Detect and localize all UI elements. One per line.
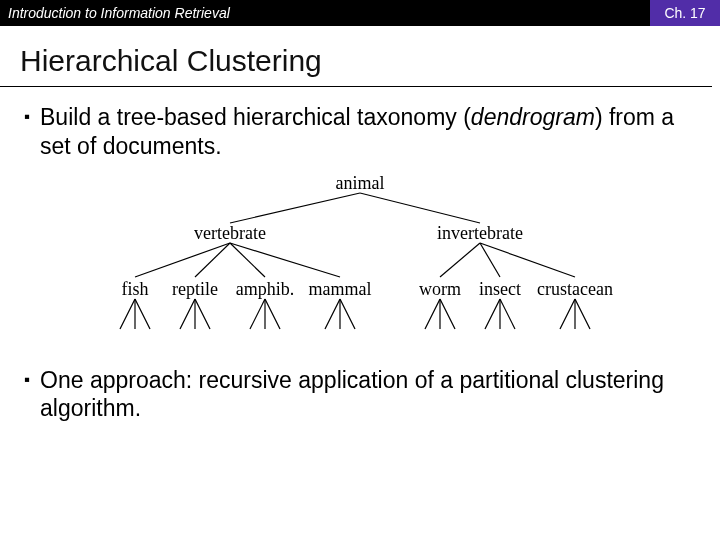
svg-line-0 — [230, 193, 360, 223]
svg-line-1 — [360, 193, 480, 223]
svg-line-6 — [440, 243, 480, 277]
leaf-l1: fish — [122, 279, 149, 300]
svg-line-7 — [480, 243, 500, 277]
svg-line-14 — [195, 299, 210, 329]
svg-line-29 — [575, 299, 590, 329]
header-chapter: Ch. 17 — [650, 0, 720, 26]
node-root: animal — [336, 173, 385, 194]
svg-line-18 — [325, 299, 340, 329]
bullet-1: ▪ Build a tree-based hierarchical taxono… — [24, 103, 696, 161]
svg-line-20 — [340, 299, 355, 329]
slide-header: Introduction to Information Retrieval Ch… — [0, 0, 720, 26]
bullet-1-pre: Build a tree-based hierarchical taxonomy… — [40, 104, 471, 130]
leaf-l2: reptile — [172, 279, 218, 300]
svg-line-3 — [195, 243, 230, 277]
bullet-1-text: Build a tree-based hierarchical taxonomy… — [40, 103, 696, 161]
svg-line-5 — [230, 243, 340, 277]
node-left: vertebrate — [194, 223, 266, 244]
leaf-l4: mammal — [309, 279, 372, 300]
bullet-2-text: One approach: recursive application of a… — [40, 366, 696, 424]
slide-content: ▪ Build a tree-based hierarchical taxono… — [0, 87, 720, 423]
svg-line-21 — [425, 299, 440, 329]
header-left: Introduction to Information Retrieval — [0, 5, 650, 21]
node-right: invertebrate — [437, 223, 523, 244]
svg-line-9 — [120, 299, 135, 329]
bullet-marker: ▪ — [24, 103, 30, 161]
leaf-r1: worm — [419, 279, 461, 300]
svg-line-8 — [480, 243, 575, 277]
svg-line-17 — [265, 299, 280, 329]
bullet-2: ▪ One approach: recursive application of… — [24, 366, 696, 424]
leaf-r3: crustacean — [537, 279, 613, 300]
dendrogram-diagram: animal vertebrate invertebrate fish rept… — [80, 171, 640, 356]
svg-line-24 — [485, 299, 500, 329]
bullet-1-em: dendrogram — [471, 104, 595, 130]
svg-line-23 — [440, 299, 455, 329]
leaf-l3: amphib. — [236, 279, 295, 300]
slide-title: Hierarchical Clustering — [0, 26, 712, 87]
svg-line-27 — [560, 299, 575, 329]
bullet-marker: ▪ — [24, 366, 30, 424]
svg-line-15 — [250, 299, 265, 329]
leaf-r2: insect — [479, 279, 521, 300]
svg-line-26 — [500, 299, 515, 329]
dendrogram-lines — [80, 171, 640, 356]
svg-line-12 — [180, 299, 195, 329]
svg-line-2 — [135, 243, 230, 277]
svg-line-11 — [135, 299, 150, 329]
